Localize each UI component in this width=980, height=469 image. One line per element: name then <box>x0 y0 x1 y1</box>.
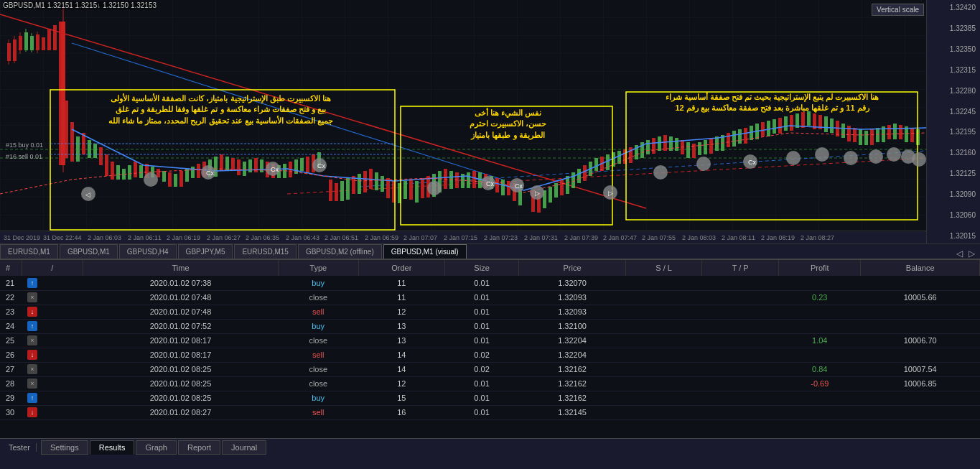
svg-rect-146 <box>761 122 765 136</box>
svg-rect-163 <box>859 129 862 145</box>
cell-tp <box>702 348 779 362</box>
time-label: 2 Jan 07:15 <box>444 234 477 241</box>
table-row[interactable]: 30 ↓ 2020.01.02 08:27 sell 16 0.01 1.321… <box>0 405 980 419</box>
tab-gbpusd-m1[interactable]: GBPUSD,M1 <box>60 244 118 259</box>
tab-eurusd-m1[interactable]: EURUSD,M1 <box>0 244 58 259</box>
tab-nav-right[interactable]: ▷ <box>966 249 977 259</box>
svg-rect-115 <box>583 165 587 181</box>
svg-point-195 <box>653 165 668 180</box>
tab-nav-left[interactable]: ◁ <box>954 249 965 259</box>
table-row[interactable]: 25 × 2020.01.02 08:17 close 13 0.01 1.32… <box>0 333 980 348</box>
cell-balance <box>861 305 980 319</box>
cell-order: 14 <box>358 362 445 376</box>
cell-time: 2020.01.02 08:25 <box>83 362 279 376</box>
table-row[interactable]: 28 × 2020.01.02 08:25 close 12 0.01 1.32… <box>0 376 980 391</box>
tab-gbpjpy-m5[interactable]: GBPJPY,M5 <box>178 244 233 259</box>
col-tp: T / P <box>702 260 779 276</box>
cell-tp <box>702 362 779 376</box>
time-label: 2 Jan 07:55 <box>642 234 676 241</box>
cell-time: 2020.01.02 07:52 <box>83 319 279 333</box>
svg-rect-77 <box>358 174 361 194</box>
svg-point-200 <box>815 147 829 162</box>
cell-order: 13 <box>358 319 445 333</box>
tab-results[interactable]: Results <box>90 440 135 455</box>
time-label: 2 Jan 06:03 <box>88 234 121 241</box>
time-label: 2 Jan 07:31 <box>524 234 558 241</box>
tab-graph[interactable]: Graph <box>136 440 177 455</box>
svg-rect-101 <box>495 178 499 192</box>
time-label: 2 Jan 06:59 <box>365 234 398 241</box>
cell-size: 0.01 <box>445 305 519 319</box>
price-label: 1.32090 <box>928 190 979 198</box>
svg-rect-141 <box>732 131 736 147</box>
price-label: 1.32350 <box>928 45 979 53</box>
col-profit: Profit <box>779 260 861 276</box>
cell-size: 0.01 <box>445 376 519 391</box>
table-row[interactable]: 27 × 2020.01.02 08:25 close 14 0.02 1.32… <box>0 362 980 376</box>
cell-type: close <box>278 376 358 391</box>
results-table: # / Time Type Order Size Price S / L T /… <box>0 260 980 420</box>
cell-num: 24 <box>0 319 22 333</box>
cell-icon: × <box>22 333 83 348</box>
tester-label: Tester <box>3 443 37 452</box>
time-label: 2 Jan 06:51 <box>325 234 358 241</box>
cell-time: 2020.01.02 08:17 <box>83 333 279 348</box>
svg-rect-29 <box>76 136 80 162</box>
cell-tp <box>702 276 779 290</box>
cell-price: 1.32145 <box>518 405 625 419</box>
col-type: Type <box>278 260 358 276</box>
cell-profit <box>779 391 861 405</box>
cell-icon: ↑ <box>22 391 83 405</box>
svg-point-203 <box>887 147 901 162</box>
price-label: 1.32015 <box>928 232 979 240</box>
svg-text:Cx: Cx <box>486 180 494 187</box>
cell-sl <box>626 333 702 348</box>
svg-text:Cx: Cx <box>317 162 325 170</box>
cell-profit <box>779 276 861 290</box>
cell-balance: 10006.85 <box>861 376 980 391</box>
table-row[interactable]: 26 ↓ 2020.01.02 08:17 sell 14 0.02 1.322… <box>0 348 980 362</box>
cell-num: 28 <box>0 376 22 391</box>
table-row[interactable]: 24 ↑ 2020.01.02 07:52 buy 13 0.01 1.3210… <box>0 319 980 333</box>
svg-text:Cx: Cx <box>748 159 756 166</box>
cell-order: 11 <box>358 276 445 290</box>
vertical-scale-button[interactable]: Vertical scale <box>872 4 924 16</box>
time-label: 2 Jan 08:03 <box>682 234 716 241</box>
table-row[interactable]: 29 ↑ 2020.01.02 08:25 buy 15 0.01 1.3216… <box>0 391 980 405</box>
tab-eurusd-m15[interactable]: EURUSD,M15 <box>234 244 296 259</box>
level-16-label: #16 sell 0.01 <box>6 153 42 160</box>
svg-rect-135 <box>698 142 701 155</box>
table-row[interactable]: 23 ↓ 2020.01.02 07:48 sell 12 0.01 1.320… <box>0 305 980 319</box>
tab-report[interactable]: Report <box>178 440 220 455</box>
cell-time: 2020.01.02 08:27 <box>83 405 279 419</box>
tab-gbpusd-h4[interactable]: GBPUSD,H4 <box>119 244 177 259</box>
svg-rect-58 <box>243 162 246 176</box>
tab-gbpusd-m1-visual[interactable]: GBPUSD,M1 (visual) <box>383 244 467 259</box>
price-label: 1.32195 <box>928 128 979 136</box>
cell-balance: 10006.70 <box>861 333 980 348</box>
tab-settings[interactable]: Settings <box>41 440 88 455</box>
svg-rect-143 <box>744 128 747 144</box>
svg-rect-128 <box>658 136 661 151</box>
tab-journal[interactable]: Journal <box>222 440 266 455</box>
price-label: 1.32160 <box>928 149 979 157</box>
cell-order: 12 <box>358 305 445 319</box>
svg-rect-158 <box>830 119 834 133</box>
cell-num: 23 <box>0 305 22 319</box>
cell-type: sell <box>278 405 358 419</box>
cell-icon: ↓ <box>22 348 83 362</box>
time-label: 2 Jan 06:35 <box>246 234 279 241</box>
table-row[interactable]: 22 × 2020.01.02 07:48 close 11 0.01 1.32… <box>0 290 980 305</box>
svg-rect-87 <box>415 181 419 203</box>
cell-sl <box>626 319 702 333</box>
annotation-3: هنا الاكسبيرت لم يتبع الإستراتيجية بحيث … <box>630 92 914 114</box>
cell-balance <box>861 276 980 290</box>
cell-profit <box>779 319 861 333</box>
tab-gbpusd-m2-offline[interactable]: GBPUSD,M2 (offline) <box>298 244 382 259</box>
cell-time: 2020.01.02 08:25 <box>83 391 279 405</box>
cell-balance <box>861 319 980 333</box>
table-row[interactable]: 21 ↑ 2020.01.02 07:38 buy 11 0.01 1.3207… <box>0 276 980 290</box>
col-price: Price <box>518 260 625 276</box>
col-order: Order <box>358 260 445 276</box>
price-label: 1.32420 <box>928 4 979 11</box>
